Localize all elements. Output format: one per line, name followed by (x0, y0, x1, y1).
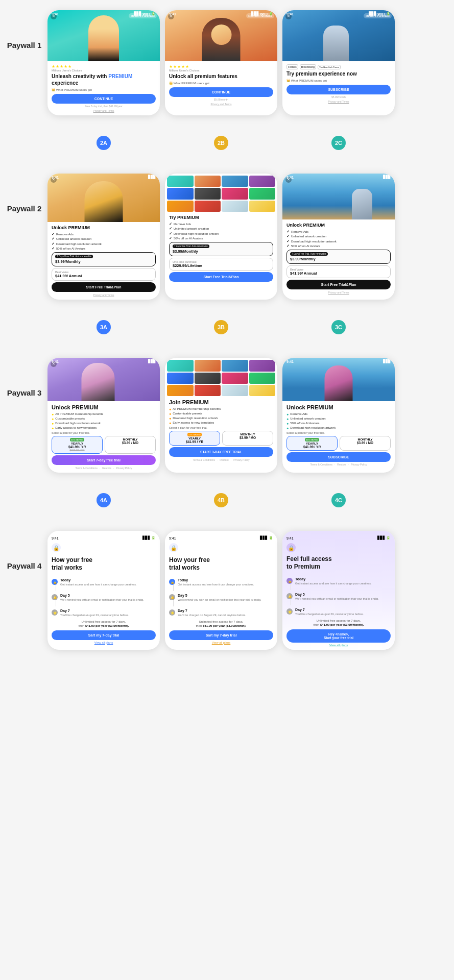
timeline-day5-4c: 🔔 Day 5 We'll remind you with an email o… (286, 593, 391, 605)
trial-btn-2b[interactable]: Start Free Trial&Plan (169, 272, 273, 282)
status-bar-3a: 9:41 ▊▊▊ (47, 358, 160, 364)
title-1a: Unleash creativity with PREMIUM experien… (52, 73, 156, 86)
plan-annual-2c[interactable]: Best Value $41.99/ Annual (286, 265, 391, 278)
trial-btn-2a[interactable]: Start Free Trial&Plan (52, 282, 156, 292)
plan-monthly-2a[interactable]: 7 Days Free Trial. Auto-renewable $3.99/… (52, 252, 156, 266)
restore-3c[interactable]: Restore (337, 463, 346, 466)
trial-btn-3c[interactable]: SUBSCRIBE (286, 452, 391, 462)
day-today-4a: Today (60, 578, 137, 582)
yearly-plan-3c[interactable]: 41% SAVING YEARLY $41.99 / YR (286, 436, 338, 451)
trial-btn-4b[interactable]: Sart my 7-day trial (169, 630, 273, 640)
feat-3b-4: ●Early access to new templates (169, 421, 273, 425)
restore-3b[interactable]: Restore (220, 458, 229, 461)
day-today-4c: Today (295, 577, 372, 581)
cell-3b-3 (222, 360, 248, 371)
dot-today-4c: 🔒 (286, 578, 293, 584)
bloomberg-logo: Bloomberg (300, 64, 316, 69)
feat-2c-2: ✓Unlimited artwork creation (286, 234, 391, 238)
badge-2a: 2A (97, 136, 111, 150)
feat-2a-3: ✓Download high resolution artwork (52, 242, 156, 246)
footer-3b: Terms & Conditions · Restore · Privacy P… (169, 458, 273, 461)
row-title-2: Paywall 2 (5, 174, 43, 213)
cell-3b-6 (195, 373, 221, 384)
plan-badge-2b: 7 days free Trial. Auto-renewable (173, 244, 209, 248)
cell-2b-10 (195, 201, 221, 212)
paywall-2-phones: 9:41 ▊▊▊ ✕ Unlock PREMIUM ✓Remove Ads ✓U… (47, 174, 449, 300)
continue-btn-1b[interactable]: CONTINUE (169, 87, 273, 97)
view-plans-4b[interactable]: View all plans (169, 641, 273, 644)
view-plans-4c[interactable]: View all plans (286, 644, 391, 647)
privacy-3c[interactable]: Privacy Policy (351, 463, 367, 466)
title-2b: Try PREMIUM (169, 215, 273, 220)
plan-selector-3b: 41% SAVING YEARLY $41.99 / YR MONTHLY $3… (169, 431, 273, 446)
privacy-2a[interactable]: Privacy and Terms (52, 293, 156, 297)
plan-monthly-2b[interactable]: 7 days free Trial. Auto-renewable $3.99/… (169, 242, 273, 256)
stars-1b: ★★★★★ (169, 64, 273, 69)
body-4a: 🔒 Today Get instant access and see how i… (47, 575, 160, 647)
terms-3c[interactable]: Terms & Conditions (310, 463, 332, 466)
view-plans-4a[interactable]: View all plans (52, 641, 156, 644)
hero-4b: 9:41 ▊▊▊🔋 🔒 How your freetrial works (165, 531, 277, 575)
trial-btn-4a[interactable]: Sart my 7-day trial (52, 630, 156, 640)
monthly-plan-3c[interactable]: MONTHLY $3.99 / MO (340, 436, 391, 451)
paywall-row-3: Paywall 3 9:41 ▊▊▊ ✕ Unlock PREMIUM (5, 358, 449, 473)
trial-btn-3b[interactable]: START 3-DAY FREE TRIAL (169, 447, 273, 457)
privacy-1b[interactable]: Privacy and Terms (169, 103, 273, 106)
btn-sub-1a: Free 7-day trial, then $41.99/year (52, 105, 156, 108)
monthly-plan-3a[interactable]: MONTHLY $3.99 / MO (105, 436, 156, 454)
hero-2c: 9:41 ▊▊▊ ✕ (282, 174, 395, 219)
privacy-2c[interactable]: Privacy and Terms (286, 291, 391, 294)
cell-3b-4 (249, 360, 276, 371)
trial-btn-2c[interactable]: Start Free Trial&Plan (286, 280, 391, 289)
title-3a: Unlock PREMIUM (52, 404, 156, 411)
body-3a: Unlock PREMIUM ●All PREMIUM membership b… (47, 401, 160, 473)
feat-2b-3: ✓Download high resolution artwork (169, 232, 273, 236)
plan-monthly-2c[interactable]: 7 Days Free Trial. Auto-renewable $3.99/… (286, 250, 391, 264)
privacy-1c[interactable]: Privacy and Terms (286, 100, 391, 103)
what-premium-1a: 👑 What PREMIUM users get (52, 88, 156, 91)
body-2b: Try PREMIUM ✓Remove Ads ✓Unlimited artwo… (165, 212, 277, 286)
monthly-plan-3b[interactable]: MONTHLY $3.99 / MO (222, 431, 273, 446)
plan-annual-2a[interactable]: Best Value $41.99/ Annual (52, 268, 156, 281)
desc-day7-4c: You'll be charged on August 29, cancel a… (295, 612, 364, 616)
plan-lifetime-2b[interactable]: One-time purchase $229.99/Lifetime (169, 258, 273, 271)
privacy-3b[interactable]: Privacy Policy (233, 458, 249, 461)
paywall-3-phones: 9:41 ▊▊▊ ✕ Unlock PREMIUM ●All PREMIUM m… (47, 358, 449, 473)
yearly-plan-3b[interactable]: 41% SAVING YEARLY $41.99 / YR (169, 431, 220, 446)
terms-3a[interactable]: Terms & Conditions (76, 467, 98, 470)
continue-btn-1a[interactable]: CONTINUE (52, 94, 156, 104)
timeline-day7-4a: ⭐ Day 7 You'll be charged on August 29, … (52, 609, 156, 617)
paywall-row-4: Paywall 4 9:41 ▊▊▊🔋 🔒 How your freetrial… (5, 531, 449, 649)
features-3c: ●Remove Ads ●Unlimited artwork creation … (286, 412, 391, 430)
privacy-1a[interactable]: Privacy and Terms (52, 109, 156, 112)
feat-3c-1: ●Remove Ads (286, 412, 391, 416)
plan-price-monthly-2a: $3.99/Monthly (55, 259, 152, 264)
plan-badge-2c: 7 Days Free Trial. Auto-renewable (290, 252, 328, 256)
feat-3c-4: ●Download high resolution artwork (286, 426, 391, 430)
terms-3b[interactable]: Terms & Conditions (193, 458, 215, 461)
trial-btn-3a[interactable]: Start 7-day free trial (52, 455, 156, 465)
restore-3a[interactable]: Restore (102, 467, 111, 470)
badge-4c: 4C (331, 493, 346, 507)
cell-2b-3 (222, 176, 248, 187)
title-4b: How your freetrial works (169, 556, 273, 571)
dot-day7-4a: ⭐ (52, 609, 58, 616)
row-title-3: Paywall 3 (5, 358, 43, 397)
yearly-plan-3a[interactable]: 41% SAVING YEARLY $41.99 / YR $209.88 / … (52, 436, 103, 454)
features-3b: ●All PREMIUM membership benefits ●Custom… (169, 407, 273, 425)
paywall-row-1: Paywall 1 9:41 ▊▊▊ WiFi 🔋 ✕ Restore Purc… (5, 10, 449, 115)
dot-today-4a: 🔒 (52, 579, 58, 585)
subscribe-btn-1c[interactable]: SUBSCRIBE (286, 85, 391, 94)
cell-2b-6 (195, 188, 221, 199)
cell-3b-5 (167, 373, 194, 384)
badges-row-3: 3A 3B 3C (47, 320, 449, 337)
cell-2b-12 (249, 201, 276, 212)
phone-2b: Try PREMIUM ✓Remove Ads ✓Unlimited artwo… (165, 174, 277, 300)
privacy-3a[interactable]: Privacy Policy (116, 467, 132, 470)
day5-4a: Day 5 (60, 594, 144, 598)
lock-icon-4b: 🔒 (169, 543, 178, 552)
badge-4a: 4A (97, 493, 111, 507)
feat-3b-2: ●Customizable presets (169, 412, 273, 415)
cell-2b-5 (167, 188, 194, 199)
trial-btn-4c[interactable]: Hey <name>,Start your free trial (286, 629, 391, 643)
